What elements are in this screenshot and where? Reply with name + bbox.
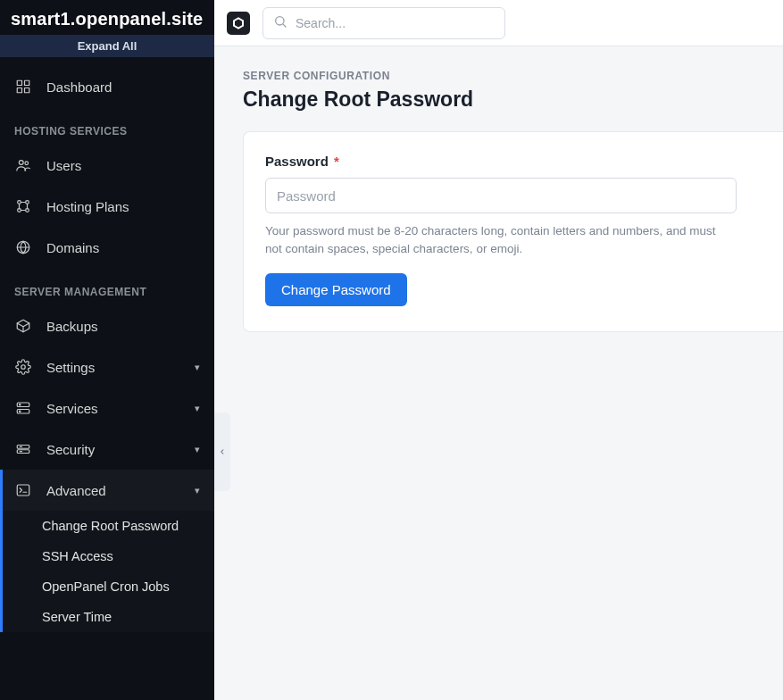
- svg-point-5: [25, 162, 29, 165]
- required-indicator: *: [334, 154, 339, 169]
- sidebar-item-label: Services: [46, 401, 98, 416]
- page-title: Change Root Password: [243, 88, 783, 112]
- sidebar-item-label: Dashboard: [46, 79, 112, 95]
- sidebar-item-label: Domains: [46, 240, 99, 255]
- chevron-down-icon: ▾: [195, 403, 200, 414]
- sidebar-item-label: Settings: [46, 360, 95, 375]
- svg-rect-0: [17, 80, 21, 85]
- svg-point-4: [19, 161, 23, 165]
- sidebar-item-label: Advanced: [46, 483, 106, 498]
- breadcrumb: SERVER CONFIGURATION: [243, 70, 783, 82]
- search-icon: [273, 14, 287, 32]
- chevron-down-icon: ▾: [195, 485, 200, 496]
- sidebar-item-hosting-plans[interactable]: Hosting Plans: [0, 186, 214, 227]
- sidebar-item-label: Backups: [46, 319, 98, 334]
- subnav-cron-jobs[interactable]: OpenPanel Cron Jobs: [3, 571, 214, 602]
- sidebar-item-domains[interactable]: Domains: [0, 227, 214, 268]
- main-content: SERVER CONFIGURATION Change Root Passwor…: [214, 0, 783, 700]
- app-logo-icon[interactable]: [227, 12, 250, 35]
- sidebar-item-label: Security: [46, 442, 95, 457]
- sidebar-item-advanced[interactable]: Advanced ▾: [0, 470, 214, 511]
- advanced-submenu: Change Root Password SSH Access OpenPane…: [0, 511, 214, 632]
- sidebar-item-services[interactable]: Services ▾: [0, 388, 214, 429]
- section-header-hosting: HOSTING SERVICES: [0, 107, 214, 145]
- sidebar-item-label: Hosting Plans: [46, 199, 129, 214]
- globe-icon: [14, 238, 32, 256]
- svg-point-14: [20, 404, 21, 405]
- chevron-down-icon: ▾: [195, 444, 200, 455]
- sidebar-item-settings[interactable]: Settings ▾: [0, 346, 214, 388]
- svg-rect-16: [17, 446, 29, 449]
- password-label: Password *: [265, 154, 762, 169]
- terminal-icon: [14, 481, 32, 499]
- dashboard-icon: [14, 78, 32, 96]
- search-input[interactable]: [262, 7, 505, 39]
- svg-rect-3: [25, 88, 29, 93]
- services-icon: [14, 399, 32, 417]
- svg-rect-2: [17, 88, 21, 93]
- subnav-change-root-password[interactable]: Change Root Password: [3, 511, 214, 541]
- form-card: Password * Your password must be 8-20 ch…: [243, 131, 783, 332]
- password-label-text: Password: [265, 154, 329, 169]
- sidebar-item-backups[interactable]: Backups: [0, 305, 214, 346]
- expand-all-button[interactable]: Expand All: [0, 35, 214, 57]
- subnav-ssh-access[interactable]: SSH Access: [3, 541, 214, 571]
- password-input[interactable]: [265, 178, 737, 213]
- security-icon: [14, 440, 32, 458]
- search-wrap: [262, 7, 505, 39]
- sidebar: smart1.openpanel.site Expand All Dashboa…: [0, 0, 214, 700]
- users-icon: [14, 156, 32, 174]
- backups-icon: [14, 317, 32, 335]
- site-title: smart1.openpanel.site: [0, 0, 214, 35]
- sidebar-item-security[interactable]: Security ▾: [0, 429, 214, 470]
- gear-icon: [14, 358, 32, 376]
- svg-rect-17: [17, 450, 29, 454]
- chevron-down-icon: ▾: [195, 362, 200, 373]
- svg-point-11: [21, 365, 26, 370]
- page-content: SERVER CONFIGURATION Change Root Passwor…: [214, 46, 783, 332]
- sidebar-collapse-handle[interactable]: [214, 412, 230, 491]
- svg-rect-1: [25, 80, 29, 85]
- topbar: [214, 0, 783, 46]
- section-header-server: SERVER MANAGEMENT: [0, 268, 214, 305]
- sidebar-item-users[interactable]: Users: [0, 145, 214, 186]
- svg-rect-18: [17, 485, 29, 496]
- sidebar-item-label: Users: [46, 158, 81, 173]
- sidebar-item-dashboard[interactable]: Dashboard: [0, 66, 214, 107]
- change-password-button[interactable]: Change Password: [265, 273, 407, 306]
- plans-icon: [14, 197, 32, 215]
- subnav-server-time[interactable]: Server Time: [3, 602, 214, 632]
- svg-point-15: [20, 411, 21, 412]
- password-hint: Your password must be 8-20 characters lo…: [265, 222, 729, 257]
- svg-point-19: [276, 16, 284, 24]
